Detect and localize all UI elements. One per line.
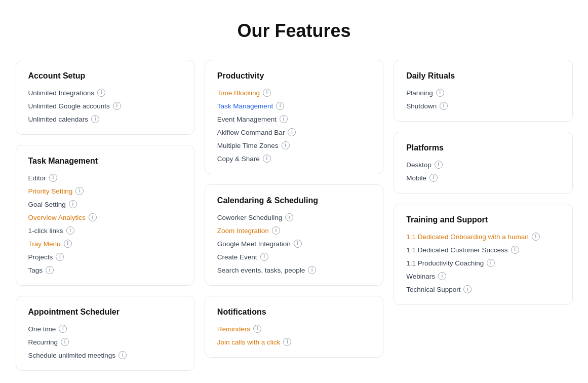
feature-label: Overview Analytics — [28, 214, 86, 221]
feature-item: Overview Analyticsi — [28, 213, 182, 221]
feature-item: Coworker Schedulingi — [217, 213, 371, 221]
info-icon[interactable]: i — [435, 161, 443, 169]
feature-item: Multiple Time Zonesi — [217, 141, 371, 149]
feature-label: Time Blocking — [217, 89, 260, 97]
feature-item: Search events, tasks, peoplei — [217, 266, 371, 274]
info-icon[interactable]: i — [285, 213, 293, 221]
feature-item: Projectsi — [28, 253, 182, 261]
info-icon[interactable]: i — [532, 233, 540, 241]
feature-item: Zoom Integrationi — [217, 226, 371, 235]
feature-item: Planningi — [406, 89, 560, 97]
card-daily-rituals: Daily RitualsPlanningiShutdowni — [394, 60, 572, 122]
feature-item: Unlimited calendarsi — [28, 115, 182, 123]
card-title-productivity: Productivity — [217, 71, 371, 81]
feature-label: Planning — [406, 89, 433, 97]
page-title: Our Features — [10, 20, 578, 42]
feature-label: Join calls with a click — [217, 338, 281, 346]
feature-item: Unlimited Integrationsi — [28, 89, 182, 97]
info-icon[interactable]: i — [61, 338, 69, 346]
info-icon[interactable]: i — [283, 338, 291, 346]
column-mid: ProductivityTime BlockingiTask Managemen… — [205, 60, 383, 371]
info-icon[interactable]: i — [487, 259, 495, 267]
info-icon[interactable]: i — [463, 285, 472, 293]
feature-item: 1:1 Productivity Coachingi — [406, 259, 560, 267]
card-productivity: ProductivityTime BlockingiTask Managemen… — [205, 60, 383, 174]
feature-item: Goal Settingi — [28, 200, 182, 208]
info-icon[interactable]: i — [294, 240, 302, 248]
feature-item: Schedule unlimited meetingsi — [28, 351, 182, 359]
feature-item: Akiflow Command Bari — [217, 128, 371, 136]
info-icon[interactable]: i — [75, 187, 84, 195]
info-icon[interactable]: i — [288, 128, 296, 136]
info-icon[interactable]: i — [436, 89, 444, 97]
card-account-setup: Account SetupUnlimited IntegrationsiUnli… — [16, 60, 194, 135]
card-title-task-management: Task Management — [28, 157, 182, 166]
feature-label: Priority Setting — [28, 187, 73, 195]
feature-item: Tagsi — [28, 266, 182, 274]
info-icon[interactable]: i — [64, 240, 72, 248]
feature-item: 1:1 Dedicated Customer Successi — [406, 246, 560, 254]
feature-item: Remindersi — [217, 325, 371, 333]
info-icon[interactable]: i — [97, 89, 105, 97]
info-icon[interactable]: i — [69, 200, 77, 208]
features-grid: Account SetupUnlimited IntegrationsiUnli… — [16, 60, 573, 371]
info-icon[interactable]: i — [276, 102, 284, 110]
card-platforms: PlatformsDesktopiMobilei — [394, 132, 572, 194]
feature-label: Schedule unlimited meetings — [28, 352, 116, 359]
info-icon[interactable]: i — [272, 226, 280, 235]
feature-label: Task Management — [217, 102, 273, 110]
feature-item: Task Managementi — [217, 102, 371, 110]
feature-label: Google Meet Integration — [217, 240, 291, 248]
info-icon[interactable]: i — [308, 266, 316, 274]
info-icon[interactable]: i — [280, 115, 288, 123]
feature-label: Create Event — [217, 253, 257, 261]
info-icon[interactable]: i — [282, 141, 290, 149]
feature-label: Projects — [28, 253, 53, 261]
info-icon[interactable]: i — [56, 253, 64, 261]
feature-item: Unlimited Google accountsi — [28, 102, 182, 110]
feature-item: Copy & Sharei — [217, 155, 371, 163]
feature-label: 1:1 Dedicated Customer Success — [406, 246, 507, 254]
feature-item: 1-click linksi — [28, 226, 182, 235]
feature-label: Webinars — [406, 273, 435, 280]
card-title-daily-rituals: Daily Rituals — [406, 71, 560, 81]
info-icon[interactable]: i — [113, 102, 121, 110]
info-icon[interactable]: i — [263, 155, 271, 163]
feature-item: Webinarsi — [406, 272, 560, 280]
info-icon[interactable]: i — [59, 325, 67, 333]
feature-item: Time Blockingi — [217, 89, 371, 97]
feature-item: Create Eventi — [217, 253, 371, 261]
feature-label: 1:1 Productivity Coaching — [406, 259, 484, 267]
info-icon[interactable]: i — [263, 89, 271, 97]
feature-label: One time — [28, 325, 56, 333]
column-right: Daily RitualsPlanningiShutdowniPlatforms… — [394, 60, 572, 371]
feature-item: One timei — [28, 325, 182, 333]
feature-label: Desktop — [406, 161, 432, 169]
card-title-account-setup: Account Setup — [28, 71, 182, 81]
feature-label: Reminders — [217, 325, 250, 333]
info-icon[interactable]: i — [49, 174, 57, 182]
info-icon[interactable]: i — [253, 325, 261, 333]
feature-label: Coworker Scheduling — [217, 214, 282, 221]
feature-label: Tags — [28, 266, 43, 274]
info-icon[interactable]: i — [91, 115, 99, 123]
feature-label: Unlimited calendars — [28, 116, 89, 123]
info-icon[interactable]: i — [119, 351, 127, 359]
card-title-platforms: Platforms — [406, 143, 560, 152]
info-icon[interactable]: i — [260, 253, 268, 261]
info-icon[interactable]: i — [440, 102, 448, 110]
feature-label: Shutdown — [406, 102, 437, 110]
feature-item: Google Meet Integrationi — [217, 240, 371, 248]
info-icon[interactable]: i — [438, 272, 446, 280]
feature-label: Unlimited Integrations — [28, 89, 95, 97]
feature-label: Goal Setting — [28, 201, 66, 208]
feature-item: Desktopi — [406, 161, 560, 169]
info-icon[interactable]: i — [89, 213, 97, 221]
info-icon[interactable]: i — [46, 266, 54, 274]
feature-label: Search events, tasks, people — [217, 266, 305, 274]
info-icon[interactable]: i — [66, 226, 74, 235]
info-icon[interactable]: i — [429, 174, 438, 182]
feature-item: Shutdowni — [406, 102, 560, 110]
info-icon[interactable]: i — [511, 246, 519, 254]
feature-item: 1:1 Dedicated Onboarding with a humani — [406, 233, 560, 241]
